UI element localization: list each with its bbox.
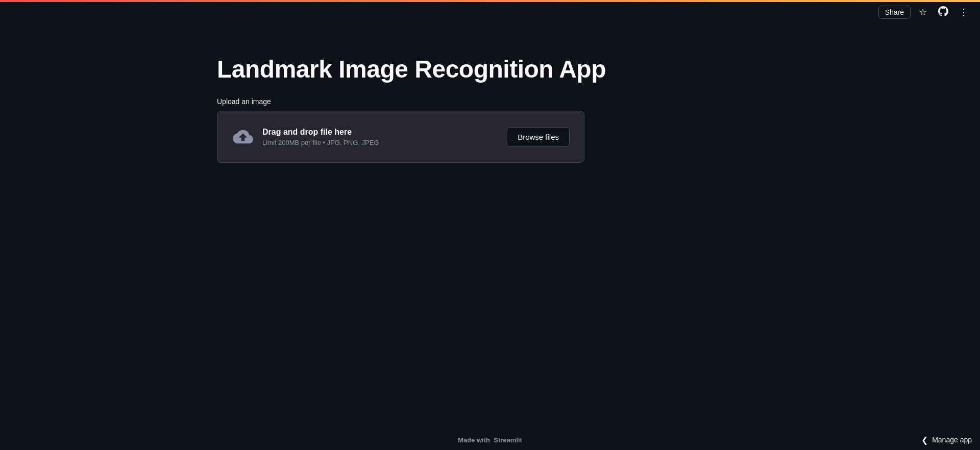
file-limit-text: Limit 200MB per file • JPG, PNG, JPEG — [262, 139, 379, 146]
main-content: Landmark Image Recognition App Upload an… — [0, 24, 980, 430]
app-title: Landmark Image Recognition App — [217, 55, 606, 83]
github-button[interactable] — [935, 4, 951, 20]
drag-drop-text: Drag and drop file here — [262, 128, 379, 137]
more-options-button[interactable]: ⋮ — [955, 4, 972, 20]
manage-app-label: Manage app — [932, 436, 972, 444]
chevron-left-icon: ❮ — [921, 435, 928, 445]
share-label: Share — [885, 8, 904, 16]
more-options-icon: ⋮ — [959, 7, 968, 18]
star-icon: ☆ — [919, 7, 927, 18]
share-button[interactable]: Share — [878, 6, 911, 19]
github-icon — [938, 6, 948, 19]
dropzone-left-section: Drag and drop file here Limit 200MB per … — [232, 126, 379, 148]
header-toolbar: Share ☆ ⋮ — [870, 0, 980, 24]
file-dropzone[interactable]: Drag and drop file here Limit 200MB per … — [217, 111, 584, 163]
top-gradient-bar — [0, 0, 980, 2]
manage-app-button[interactable]: ❮ Manage app — [913, 430, 980, 450]
star-button[interactable]: ☆ — [915, 4, 931, 20]
streamlit-label: Streamlit — [494, 436, 522, 444]
footer-text: Made with Streamlit — [458, 436, 522, 444]
made-with-text: Made with — [458, 436, 490, 444]
footer: Made with Streamlit — [0, 430, 980, 450]
browse-files-button[interactable]: Browse files — [507, 127, 570, 147]
cloud-upload-icon — [232, 126, 254, 148]
dropzone-text-section: Drag and drop file here Limit 200MB per … — [262, 128, 379, 146]
upload-label: Upload an image — [217, 97, 271, 106]
